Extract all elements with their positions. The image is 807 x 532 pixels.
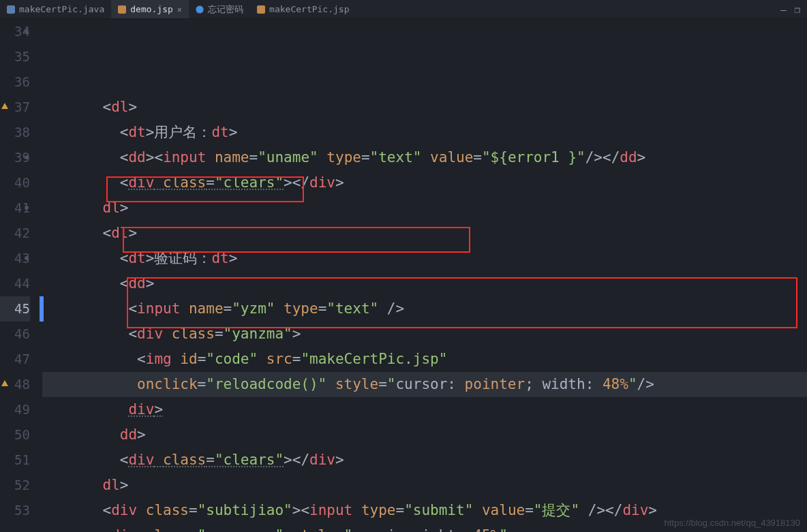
line-number: 43 <box>0 246 30 271</box>
line-number: 45 <box>0 296 30 322</box>
caret-indicator <box>40 296 44 322</box>
code-area[interactable]: <dl> <dt>用户名：dt> <dd><input name="uname"… <box>40 19 807 532</box>
watermark-text: https://blog.csdn.net/qq_43918130 <box>665 518 801 528</box>
tab-3[interactable]: makeCertPic.jsp <box>250 0 356 18</box>
code-line: dl> <box>42 195 807 221</box>
line-number: 39 <box>0 145 30 170</box>
code-line: <dd><input name="uname" type="text" valu… <box>42 145 807 170</box>
tab-1[interactable]: demo.jsp✕ <box>111 0 189 18</box>
tab-label: demo.jsp <box>130 4 173 14</box>
line-number: 50 <box>0 422 30 448</box>
code-line: dd> <box>42 422 807 448</box>
line-number: 35 <box>0 44 30 69</box>
code-line: dl> <box>42 473 807 498</box>
line-number: 41 <box>0 195 30 221</box>
code-line: <div class="clears"></div> <box>42 448 807 473</box>
code-line: <div class="clears"></div> <box>42 170 807 195</box>
close-icon[interactable]: ✕ <box>177 5 182 14</box>
tab-label: makeCertPic.java <box>19 4 104 14</box>
file-icon <box>7 5 15 14</box>
code-editor[interactable]: 3435363738394041424344454647484950515253… <box>0 19 807 532</box>
line-number: 42 <box>0 221 30 246</box>
line-number: 38 <box>0 120 30 145</box>
restore-button[interactable]: ❐ <box>795 4 800 15</box>
minimize-button[interactable]: – <box>780 4 786 15</box>
tab-2[interactable]: 忘记密码 <box>189 0 250 18</box>
code-line: <input name="yzm" type="text" /> <box>42 296 807 322</box>
line-number: 52 <box>0 473 30 498</box>
code-line: <div class="yanzma"> <box>42 322 807 347</box>
code-line: div> <box>42 397 807 422</box>
code-line: <dl> <box>42 221 807 246</box>
line-number: 46 <box>0 322 30 347</box>
file-icon <box>257 5 265 14</box>
code-line: <dt>用户名：dt> <box>42 120 807 145</box>
line-number: 37 <box>0 95 30 120</box>
file-icon <box>118 5 126 14</box>
code-line: <img id="code" src="makeCertPic.jsp" <box>42 347 807 372</box>
code-line: <dl> <box>42 95 807 120</box>
code-line: <dd> <box>42 271 807 296</box>
tab-label: 忘记密码 <box>208 3 243 16</box>
tab-0[interactable]: makeCertPic.java <box>0 0 111 18</box>
editor-tabbar: makeCertPic.javademo.jsp✕忘记密码makeCertPic… <box>0 0 807 19</box>
line-number: 40 <box>0 170 30 195</box>
line-number: 51 <box>0 448 30 473</box>
window-controls: – ❐ <box>780 4 807 15</box>
tab-label: makeCertPic.jsp <box>269 4 349 14</box>
code-line: <dt>验证码：dt> <box>42 246 807 271</box>
line-number: 44 <box>0 271 30 296</box>
line-number: 47 <box>0 347 30 372</box>
line-number-gutter: 3435363738394041424344454647484950515253 <box>0 19 40 532</box>
line-number: 48 <box>0 372 30 397</box>
line-number: 53 <box>0 498 30 523</box>
line-number: 49 <box>0 397 30 422</box>
line-number: 34 <box>0 19 30 44</box>
line-number: 36 <box>0 69 30 95</box>
code-line: onclick="reloadcode()" style="cursor: po… <box>42 372 807 397</box>
file-icon <box>196 5 204 14</box>
